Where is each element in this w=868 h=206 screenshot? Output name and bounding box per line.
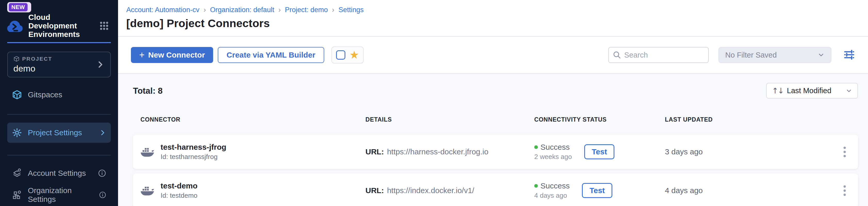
page-title: [demo] Project Connectors [126,17,868,30]
last-updated-cell: 4 days ago [665,186,831,195]
search-icon [613,51,621,59]
url-label: URL: [366,147,384,156]
info-icon[interactable] [98,169,106,177]
table-row[interactable]: test-harness-jfrog Id: testharnessjfrog … [133,135,858,169]
gitspaces-cube-icon [12,89,22,100]
product-name: Cloud Development Environments [28,13,92,38]
cloud-logo-icon [7,20,23,32]
new-badge-container: NEW [7,2,31,12]
breadcrumb-organization-link[interactable]: Organization: default [210,6,274,14]
project-name: demo [13,63,52,74]
sidebar-divider [7,155,111,155]
test-connection-button[interactable]: Test [582,183,612,198]
url-label: URL: [366,186,384,195]
sidebar-divider [7,114,111,114]
new-connector-button[interactable]: + New Connector [131,47,213,63]
connector-cell: test-harness-jfrog Id: testharnessjfrog [141,143,366,161]
breadcrumb-account-link[interactable]: Account: Automation-cv [126,6,199,14]
toolbar: + New Connector Create via YAML Builder … [118,37,868,74]
last-updated-cell: 3 days ago [665,147,831,156]
saved-filter-label: No Filter Saved [725,51,777,59]
sidebar-nav: Gitspaces Project Settings [7,77,111,202]
sidebar-item-label: Account Settings [28,169,86,178]
project-cube-icon [13,56,20,62]
url-value: https://index.docker.io/v1/ [387,186,474,195]
chevron-right-icon [96,60,105,69]
status-text: Success [540,181,569,190]
toolbar-right: No Filter Saved [608,47,856,63]
connector-name: test-harness-jfrog [160,143,226,152]
column-header-details: DETAILS [366,116,534,123]
success-status-dot [534,184,538,188]
sidebar-item-label: Organization Settings [28,186,93,204]
breadcrumb-settings-link[interactable]: Settings [338,6,364,14]
breadcrumb: Account: Automation-cv › Organization: d… [126,6,868,14]
organization-settings-icon [12,190,22,200]
project-label: PROJECT [22,56,52,62]
sidebar-item-organization-settings[interactable]: Organization Settings [7,187,111,202]
connectivity-status-cell: Success 2 weeks ago Test [534,143,665,161]
breadcrumb-project-link[interactable]: Project: demo [285,6,328,14]
create-via-yaml-button[interactable]: Create via YAML Builder [218,47,324,63]
gear-icon [12,128,22,138]
docker-icon [141,146,155,158]
page-header: Account: Automation-cv › Organization: d… [118,0,868,37]
connector-name: test-demo [160,181,197,190]
star-icon[interactable]: ★ [349,50,359,60]
test-connection-button[interactable]: Test [584,144,614,159]
url-value: https://harness-docker.jfrog.io [387,147,489,156]
chevron-down-icon [845,87,852,94]
row-menu-kebab-icon[interactable] [841,145,848,159]
sort-label: Last Modified [787,86,831,95]
sidebar-item-label: Gitspaces [28,91,62,99]
table-header-row: CONNECTOR DETAILS CONNECTIVITY STATUS LA… [133,115,858,123]
chevron-down-icon [817,51,825,59]
breadcrumb-separator: › [278,6,281,14]
sort-arrows-icon: ↑↓ [772,86,783,95]
search-input[interactable] [624,51,702,59]
column-header-connector: CONNECTOR [141,116,366,123]
connector-id: Id: testharnessjfrog [160,153,226,161]
success-status-dot [534,145,538,149]
connectivity-status-cell: Success 4 days ago Test [534,181,665,200]
app-window: NEW Cloud Development Environments [0,0,868,206]
connector-cell: test-demo Id: testdemo [141,181,366,200]
sort-dropdown[interactable]: ↑↓ Last Modified [766,83,858,99]
status-time: 4 days ago [534,191,569,200]
connector-list-section: Total: 8 ↑↓ Last Modified CONNECTOR DETA… [118,74,868,206]
sidebar-item-project-settings[interactable]: Project Settings [7,123,111,143]
table-row[interactable]: test-demo Id: testdemo URL: https://inde… [133,174,858,206]
info-icon[interactable] [99,191,106,199]
sidebar-item-account-settings[interactable]: Account Settings [7,166,111,181]
breadcrumb-separator: › [204,6,206,14]
saved-filter-dropdown[interactable]: No Filter Saved [718,47,831,63]
total-count: Total: 8 [133,86,163,96]
docker-icon [141,185,155,197]
favorites-checkbox[interactable] [336,50,345,60]
new-badge: NEW [9,3,28,11]
details-cell: URL: https://index.docker.io/v1/ [366,186,534,195]
sidebar: NEW Cloud Development Environments [0,0,118,206]
details-cell: URL: https://harness-docker.jfrog.io [366,147,534,156]
apps-grid-icon[interactable] [99,21,109,31]
filter-sliders-icon [843,49,855,61]
project-selector[interactable]: PROJECT demo [7,52,111,77]
status-time: 2 weeks ago [534,153,572,161]
list-summary-bar: Total: 8 ↑↓ Last Modified [133,83,858,99]
main-area: Account: Automation-cv › Organization: d… [118,0,868,206]
sidebar-item-label: Project Settings [28,128,82,137]
account-settings-layers-icon [12,168,22,178]
sidebar-item-gitspaces[interactable]: Gitspaces [7,87,111,102]
column-header-last-updated: LAST UPDATED [665,116,831,123]
breadcrumb-separator: › [332,6,334,14]
status-text: Success [540,143,569,152]
filter-settings-button[interactable] [843,49,856,61]
search-box [608,47,709,63]
logo-section: NEW Cloud Development Environments [7,0,111,43]
row-menu-kebab-icon[interactable] [841,183,848,198]
chevron-right-icon [99,129,106,136]
favorites-filter-widget: ★ [332,47,364,63]
column-header-connectivity-status: CONNECTIVITY STATUS [534,116,665,123]
new-connector-label: New Connector [148,51,205,59]
connector-id: Id: testdemo [160,191,197,200]
